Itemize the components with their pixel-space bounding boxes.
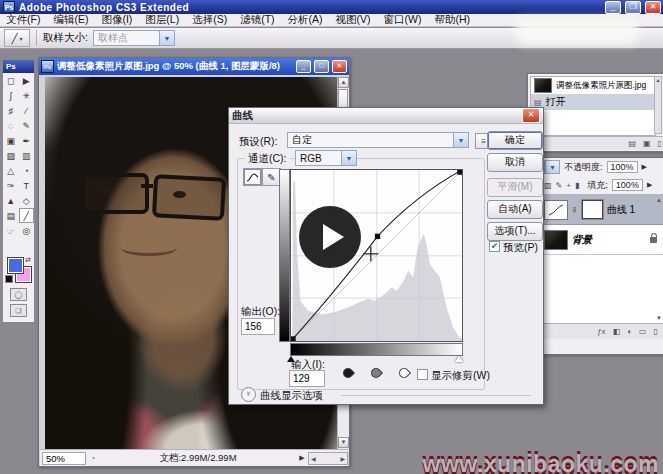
foreground-color-swatch[interactable] [7, 257, 24, 274]
scroll-left-icon[interactable]: ◀ [309, 455, 316, 462]
menu-window[interactable]: 窗口(W) [384, 13, 422, 27]
menu-image[interactable]: 图像(I) [101, 13, 132, 27]
path-select-tool-icon[interactable]: ▲ [3, 193, 19, 208]
curves-dialog-titlebar[interactable]: 曲线 ✕ [229, 108, 543, 124]
new-layer-icon[interactable]: ▯ [654, 327, 658, 336]
menu-view[interactable]: 视图(V) [336, 13, 371, 27]
history-brush-tool-icon[interactable]: ✒ [19, 133, 35, 148]
document-titlebar[interactable]: Ps 调整低像素照片原图.jpg @ 50% (曲线 1, 图层蒙版/8) _ … [39, 58, 349, 75]
eraser-tool-icon[interactable]: ▨ [3, 148, 19, 163]
menu-analysis[interactable]: 分析(A) [288, 13, 323, 27]
quick-mask-button[interactable]: ◯ [10, 288, 27, 301]
slice-tool-icon[interactable]: ∕ [19, 103, 35, 118]
scroll-up-icon[interactable]: ▲ [655, 77, 661, 83]
rect-marquee-tool-icon[interactable]: ◻ [3, 73, 19, 88]
toolbox-header[interactable]: Ps [3, 60, 34, 73]
adjustment-layer-icon[interactable]: ◐ [627, 327, 632, 336]
curve-display-options-label[interactable]: 曲线显示选项 [260, 389, 323, 403]
lasso-tool-icon[interactable]: ʃ [3, 88, 19, 103]
layer-name[interactable]: 背景 [572, 233, 592, 247]
menu-help[interactable]: 帮助(H) [435, 13, 471, 27]
white-point-slider[interactable] [455, 356, 463, 362]
crop-tool-icon[interactable]: ♯ [3, 103, 19, 118]
menu-layer[interactable]: 图层(L) [145, 13, 179, 27]
status-menu-arrow-icon[interactable]: ▶ [296, 454, 308, 462]
video-play-button[interactable] [299, 206, 361, 268]
layer-name[interactable]: 曲线 1 [607, 203, 635, 217]
clone-stamp-tool-icon[interactable]: ▣ [3, 133, 19, 148]
type-tool-icon[interactable]: T [19, 178, 35, 193]
history-state-open[interactable]: ▤ 打开 [531, 94, 655, 110]
hand-tool-icon[interactable]: ☞ [3, 223, 19, 238]
sample-size-select[interactable]: 取样点 ▼ [93, 30, 175, 46]
input-field[interactable]: 129 [289, 370, 325, 387]
layer-group-icon[interactable]: ▭ [639, 327, 647, 336]
restore-button[interactable]: ❐ [625, 1, 641, 14]
minimize-button[interactable]: _ [605, 1, 621, 14]
notes-tool-icon[interactable]: ▤ [3, 208, 19, 223]
menu-edit[interactable]: 编辑(E) [53, 13, 88, 27]
auto-button[interactable]: 自动(A) [487, 200, 543, 219]
layer-row-curves[interactable]: ∞ 曲线 1 ▲ [541, 195, 663, 225]
screen-mode-button[interactable]: ❏ [10, 304, 27, 317]
lock-transparency-icon[interactable]: ▨ [544, 181, 552, 190]
menu-file[interactable]: 文件(F) [6, 13, 40, 27]
healing-brush-tool-icon[interactable]: ◌ [3, 118, 19, 133]
menu-select[interactable]: 选择(S) [192, 13, 227, 27]
opacity-slider-arrow-icon[interactable]: ▶ [642, 163, 647, 171]
layer-row-background[interactable]: 背景 [541, 225, 663, 255]
dodge-tool-icon[interactable]: ◔ [19, 163, 35, 178]
curve-point[interactable] [375, 234, 380, 239]
curves-adjustment-thumbnail[interactable] [544, 200, 568, 220]
layer-style-icon[interactable]: ƒx [597, 327, 605, 336]
doc-minimize-button[interactable]: _ [296, 60, 311, 73]
delete-state-icon[interactable]: ▯ [658, 139, 662, 148]
edit-points-curve-icon[interactable] [243, 168, 262, 186]
scroll-right-icon[interactable]: ▶ [340, 455, 347, 462]
options-button[interactable]: 选项(T)... [487, 222, 543, 241]
new-snapshot-icon[interactable]: ▣ [643, 139, 651, 148]
preset-select[interactable]: 自定 ▼ [287, 132, 469, 148]
menu-filter[interactable]: 滤镜(T) [240, 13, 274, 27]
eyedropper-tool-icon[interactable]: ╱ [19, 208, 35, 223]
zoom-field[interactable]: 50% [42, 452, 86, 465]
layer-mask-link-icon[interactable]: ∞ [570, 207, 579, 213]
lock-all-icon[interactable]: ▮ [575, 181, 579, 190]
horizontal-scrollbar[interactable]: ◀ ▶ [308, 452, 348, 465]
magic-wand-tool-icon[interactable]: ✳ [19, 88, 35, 103]
swap-colors-icon[interactable]: ⇄ [25, 256, 31, 264]
fill-slider-arrow-icon[interactable]: ▶ [647, 181, 652, 189]
add-mask-icon[interactable]: ◧ [613, 327, 621, 336]
lock-pixels-icon[interactable]: ✎ [556, 181, 563, 190]
lock-position-icon[interactable]: + [566, 181, 571, 190]
preview-checkbox[interactable]: ✔ [489, 241, 500, 252]
output-field[interactable]: 156 [241, 318, 275, 335]
shape-tool-icon[interactable]: ◇ [19, 193, 35, 208]
pen-tool-icon[interactable]: ✑ [3, 178, 19, 193]
close-button[interactable]: ✕ [645, 1, 661, 14]
new-document-from-state-icon[interactable]: ▤ [628, 139, 636, 148]
layer-mask-thumbnail[interactable] [582, 200, 603, 219]
channel-select[interactable]: RGB ▼ [295, 150, 357, 166]
doc-maximize-button[interactable]: □ [314, 60, 329, 73]
opacity-value[interactable]: 100% [607, 161, 638, 173]
ok-button[interactable]: 确定 [487, 131, 543, 150]
scroll-up-icon[interactable]: ▲ [338, 77, 349, 88]
scroll-up-icon[interactable]: ▲ [656, 197, 662, 203]
background-layer-thumbnail[interactable] [544, 230, 568, 250]
curves-close-button[interactable]: ✕ [522, 108, 540, 123]
fill-value[interactable]: 100% [612, 179, 643, 191]
cancel-button[interactable]: 取消 [487, 153, 543, 172]
zoom-tool-icon[interactable]: ◎ [19, 223, 35, 238]
scroll-down-icon[interactable]: ▼ [338, 437, 349, 448]
doc-close-button[interactable]: ✕ [332, 60, 347, 73]
show-clipping-checkbox[interactable] [417, 369, 428, 380]
eyedropper-tool-preset[interactable]: ╱ ▾ [4, 29, 30, 47]
move-tool-icon[interactable]: ▶ [19, 73, 35, 88]
blur-tool-icon[interactable]: △ [3, 163, 19, 178]
gradient-tool-icon[interactable]: ▥ [19, 148, 35, 163]
default-colors-icon[interactable] [5, 275, 13, 283]
blend-mode-select[interactable]: ▼ [544, 160, 560, 174]
history-snapshot-row[interactable]: 调整低像素照片原图.jpg [531, 77, 655, 94]
expander-button[interactable]: » [241, 387, 256, 402]
